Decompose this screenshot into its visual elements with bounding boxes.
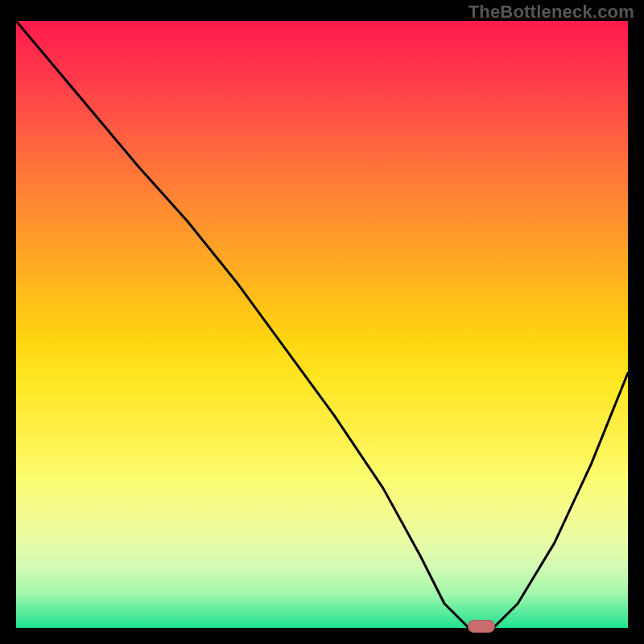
plot-area <box>16 21 628 628</box>
chart-frame: TheBottleneck.com <box>0 0 644 644</box>
curve-path <box>16 21 628 628</box>
watermark-text: TheBottleneck.com <box>469 2 634 23</box>
bottleneck-curve <box>16 21 628 628</box>
optimal-marker <box>468 620 495 633</box>
